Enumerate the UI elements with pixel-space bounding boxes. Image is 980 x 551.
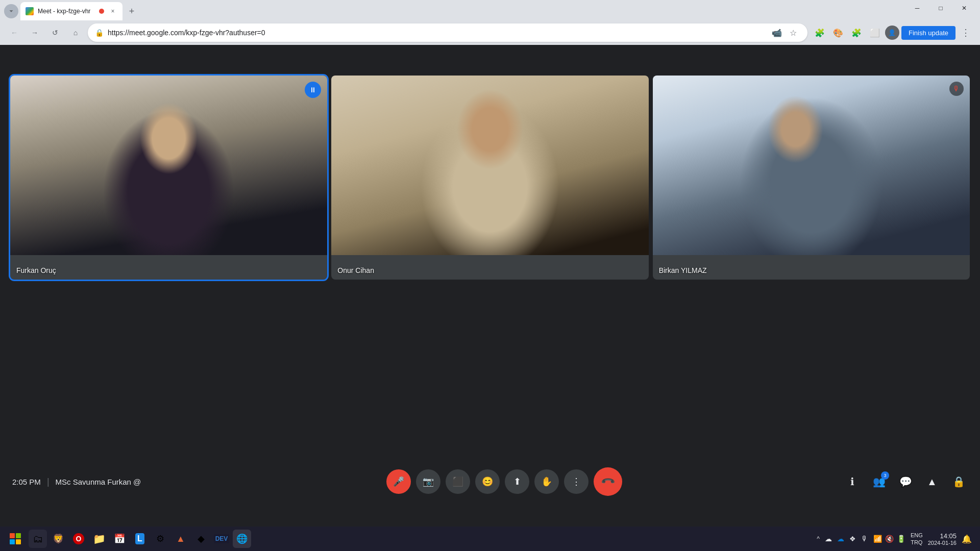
mic-muted-icon: 🎙 xyxy=(949,82,964,96)
extension-icon[interactable]: 🧩 xyxy=(812,24,828,41)
win-logo-yellow xyxy=(16,539,21,544)
maximize-button[interactable]: □ xyxy=(929,0,952,16)
clock-time: 14:05 xyxy=(928,532,957,540)
minimize-button[interactable]: ─ xyxy=(905,0,929,16)
participant-name-birkan: Birkan YILMAZ xyxy=(659,266,707,274)
video-tile-furkan[interactable]: ⏸ Furkan Oruç xyxy=(10,76,327,280)
win-logo-green xyxy=(16,533,21,538)
network-tray-group: 📶 🔇 🔋 xyxy=(873,535,905,543)
matlab-icon[interactable]: ▲ xyxy=(172,530,190,548)
taskbar: 🗂 🦁 O 📁 📅 L ⚙ ▲ ◆ xyxy=(0,527,980,551)
video-grid: ⏸ Furkan Oruç Onur Cihan 🎙 Birkan YILMAZ xyxy=(0,76,980,280)
battery-icon[interactable]: 🔋 xyxy=(897,535,905,543)
back-button[interactable]: ← xyxy=(6,24,22,41)
participant-name-furkan: Furkan Oruç xyxy=(16,266,56,274)
system-tray: ^ ☁ ☁ ❖ 🎙 📶 🔇 🔋 ENG TRQ 14:05 2024-01-16… xyxy=(813,532,976,546)
camera-button[interactable]: 📷 xyxy=(416,469,440,494)
activities-button[interactable]: ▲ xyxy=(923,472,941,491)
tab-group-indicator[interactable] xyxy=(4,4,18,18)
video-tile-birkan[interactable]: 🎙 Birkan YILMAZ xyxy=(653,76,970,280)
windows-logo xyxy=(10,533,21,544)
outlook-icon[interactable]: 📅 xyxy=(110,530,129,548)
meeting-info: 2:05 PM | MSc Savunma Furkan @ xyxy=(12,477,165,487)
more-options-button[interactable]: ⋮ xyxy=(564,469,589,494)
video-background-3 xyxy=(653,76,970,255)
video-background-1 xyxy=(10,76,327,255)
listary-icon[interactable]: L xyxy=(131,530,149,548)
volume-mute-icon[interactable]: 🔇 xyxy=(885,535,894,543)
lock-button[interactable]: 🔒 xyxy=(949,472,968,491)
mute-button[interactable]: 🎤 xyxy=(386,469,411,494)
system-clock[interactable]: 14:05 2024-01-16 xyxy=(928,532,957,546)
meeting-side-controls: ℹ 👥 3 💬 ▲ 🔒 xyxy=(843,472,968,491)
start-button[interactable] xyxy=(4,528,27,550)
chrome-icon[interactable]: 🌐 xyxy=(233,530,251,548)
end-call-button[interactable]: 📞 xyxy=(587,461,628,502)
chat-button[interactable]: 💬 xyxy=(896,472,915,491)
bookmark-icon[interactable]: ☆ xyxy=(786,26,800,40)
meeting-title: MSc Savunma Furkan @ xyxy=(56,478,141,486)
present-button[interactable]: ⬛ xyxy=(446,469,470,494)
browser-toolbar-right: 🧩 🎨 🧩 ⬜ 👤 Finish update ⋮ xyxy=(812,24,974,41)
wifi-icon[interactable]: 📶 xyxy=(873,535,882,543)
file-manager-icon[interactable]: 📁 xyxy=(90,530,108,548)
tab-favicon xyxy=(26,7,34,15)
tab-bar: Meet - kxp-fzge-vhr × + ─ □ ✕ xyxy=(0,0,980,20)
video-background-2 xyxy=(331,76,648,255)
dev-browser-icon[interactable]: DEV xyxy=(212,530,231,548)
forward-button[interactable]: → xyxy=(27,24,43,41)
url-actions: 📹 ☆ xyxy=(770,26,800,40)
people-badge: 3 xyxy=(881,471,889,480)
meeting-time: 2:05 PM xyxy=(12,478,41,486)
meet-bottom-bar: 2:05 PM | MSc Savunma Furkan @ 🎤 📷 ⬛ 😊 ⬆… xyxy=(0,467,980,496)
security-icon: 🔒 xyxy=(95,29,104,37)
language-indicator[interactable]: ENG TRQ xyxy=(911,532,923,546)
info-button[interactable]: ℹ xyxy=(843,472,862,491)
tab-record-dot xyxy=(99,9,104,14)
window-controls: ─ □ ✕ xyxy=(905,0,976,16)
finish-update-button[interactable]: Finish update xyxy=(901,26,955,40)
opera-icon[interactable]: O xyxy=(69,530,88,548)
extensions-button[interactable]: 🧩 xyxy=(848,24,865,41)
profile-avatar[interactable]: 👤 xyxy=(885,26,899,40)
emoji-button[interactable]: 😊 xyxy=(475,469,500,494)
color-theme-icon[interactable]: 🎨 xyxy=(830,24,846,41)
split-view-icon[interactable]: ⬜ xyxy=(867,24,883,41)
win-logo-blue xyxy=(10,539,15,544)
tray-cloud-icon[interactable]: ☁ xyxy=(825,535,832,543)
new-tab-button[interactable]: + xyxy=(125,4,139,18)
tab-title: Meet - kxp-fzge-vhr xyxy=(38,8,95,15)
win-logo-red xyxy=(10,533,15,538)
expand-tray-button[interactable]: ^ xyxy=(817,535,820,542)
browser-menu-button[interactable]: ⋮ xyxy=(958,24,974,41)
meeting-divider: | xyxy=(47,477,50,487)
refresh-button[interactable]: ↺ xyxy=(47,24,63,41)
task-manager-icon[interactable]: ⚙ xyxy=(151,530,169,548)
file-explorer-icon[interactable]: 🗂 xyxy=(29,530,47,548)
present-screen-button[interactable]: ⬆ xyxy=(505,469,529,494)
home-button[interactable]: ⌂ xyxy=(67,24,84,41)
clock-date: 2024-01-16 xyxy=(928,540,957,546)
tray-mic-icon[interactable]: 🎙 xyxy=(861,535,868,543)
people-button[interactable]: 👥 3 xyxy=(870,472,888,491)
video-tile-onur[interactable]: Onur Cihan xyxy=(331,76,648,280)
raise-hand-button[interactable]: ✋ xyxy=(534,469,559,494)
brave-icon[interactable]: 🦁 xyxy=(49,530,67,548)
tab-close-button[interactable]: × xyxy=(108,7,117,16)
address-bar: ← → ↺ ⌂ 🔒 https://meet.google.com/kxp-fz… xyxy=(0,20,980,45)
browser-tab[interactable]: Meet - kxp-fzge-vhr × xyxy=(20,2,122,20)
browser-frame: Meet - kxp-fzge-vhr × + ─ □ ✕ ← → ↺ ⌂ 🔒 … xyxy=(0,0,980,551)
meet-content: ⏸ Furkan Oruç Onur Cihan 🎙 Birkan YILMAZ… xyxy=(0,45,980,527)
tray-dropbox-icon[interactable]: ❖ xyxy=(849,535,856,543)
unity-icon[interactable]: ◆ xyxy=(192,530,210,548)
tray-onedrive-icon[interactable]: ☁ xyxy=(837,535,844,543)
url-text: https://meet.google.com/kxp-fzge-vhr?aut… xyxy=(108,29,766,37)
meeting-controls: 🎤 📷 ⬛ 😊 ⬆ ✋ ⋮ 📞 xyxy=(165,467,843,496)
url-bar[interactable]: 🔒 https://meet.google.com/kxp-fzge-vhr?a… xyxy=(88,23,807,42)
notification-bell[interactable]: 🔔 xyxy=(962,534,972,544)
close-button[interactable]: ✕ xyxy=(952,0,976,16)
camera-toolbar-icon[interactable]: 📹 xyxy=(770,26,784,40)
meet-top-spacer xyxy=(0,45,980,76)
participant-name-onur: Onur Cihan xyxy=(337,266,374,274)
